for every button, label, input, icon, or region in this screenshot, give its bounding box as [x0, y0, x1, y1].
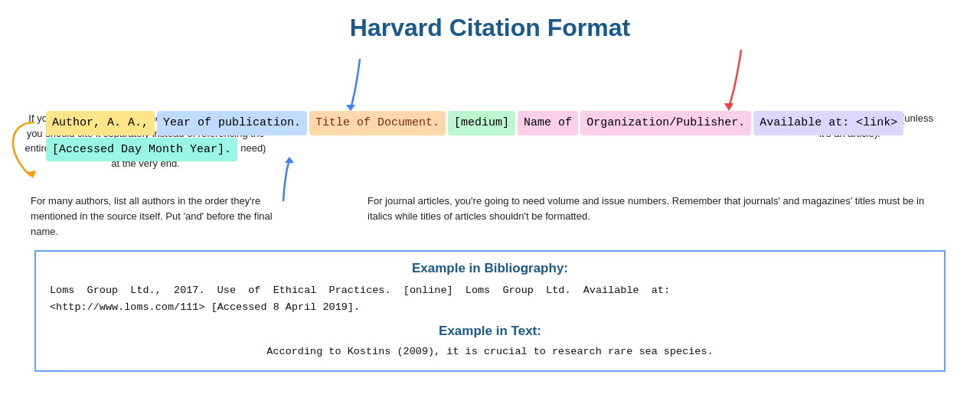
- example-bibliography-title: Example in Bibliography:: [50, 261, 930, 276]
- example-bibliography-text: Loms Group Ltd., 2017. Use of Ethical Pr…: [50, 282, 930, 315]
- medium-tag: [medium]: [448, 111, 515, 135]
- svg-marker-1: [724, 103, 733, 111]
- example-box: Example in Bibliography: Loms Group Ltd.…: [34, 250, 946, 372]
- citation-row: Author, A. A., Year of publication. Titl…: [46, 111, 934, 161]
- bottom-left-annotation: For many authors, list all authors in th…: [31, 194, 291, 239]
- arrow-blue-down-icon: [337, 59, 383, 116]
- accessed-tag: [Accessed Day Month Year].: [46, 138, 237, 162]
- arrow-red-icon: [704, 50, 750, 117]
- example-intext-text: According to Kostins (2009), it is cruci…: [50, 344, 930, 360]
- available-tag: Available at: <link>: [753, 111, 903, 135]
- example-intext-title: Example in Text:: [50, 324, 930, 339]
- bottom-annotations: For many authors, list all authors in th…: [23, 194, 957, 239]
- svg-marker-3: [285, 157, 294, 163]
- page: Harvard Citation Format If you're intere…: [0, 0, 980, 387]
- bottom-right-annotation: For journal articles, you're going to ne…: [322, 194, 949, 239]
- svg-marker-0: [346, 105, 355, 111]
- name-of-tag: Name of: [518, 111, 578, 135]
- annotations-area: If you're interested only in one chapter…: [23, 111, 957, 239]
- year-tag: Year of publication.: [157, 111, 307, 135]
- page-title: Harvard Citation Format: [23, 14, 957, 42]
- arrow-yellow-icon: [4, 119, 38, 187]
- author-tag: Author, A. A.,: [46, 111, 155, 135]
- citation-container: Author, A. A., Year of publication. Titl…: [23, 111, 957, 161]
- arrow-blue-up-icon: [268, 157, 310, 201]
